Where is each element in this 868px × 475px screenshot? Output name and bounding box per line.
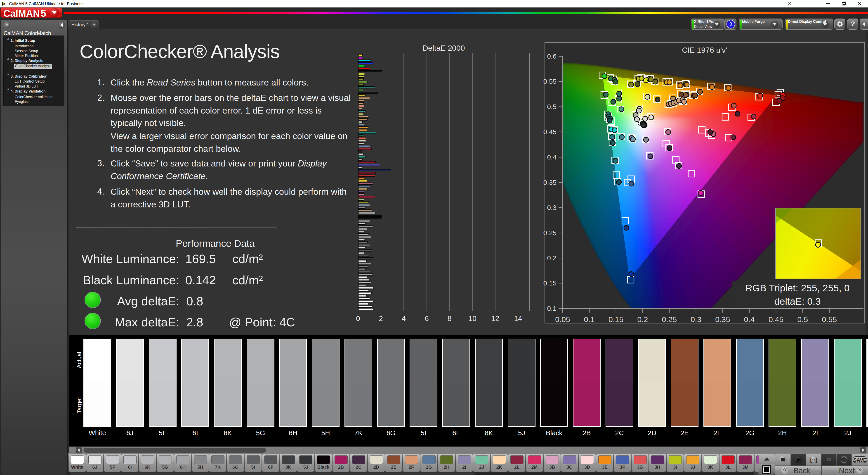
svg-text:0.2: 0.2 [637,315,648,323]
svg-text:CIE 1976 u'v': CIE 1976 u'v' [682,46,727,54]
svg-text:0.3: 0.3 [690,315,701,323]
svg-text:0.2: 0.2 [547,254,557,262]
svg-text:0.25: 0.25 [544,229,557,237]
svg-text:0.15: 0.15 [609,315,623,323]
svg-text:deltaE: 0.3: deltaE: 0.3 [774,296,821,307]
svg-text:0.3: 0.3 [547,204,557,211]
svg-text:4: 4 [402,315,406,323]
svg-text:0.55: 0.55 [822,315,837,323]
svg-text:12: 12 [491,315,499,323]
svg-text:0.5: 0.5 [797,315,808,323]
svg-text:8: 8 [447,315,452,323]
svg-text:0.05: 0.05 [555,315,570,323]
svg-text:0.4: 0.4 [744,315,754,323]
svg-text:0.4: 0.4 [547,153,557,161]
svg-text:0.1: 0.1 [584,315,594,323]
svg-text:14: 14 [514,315,522,323]
svg-text:0.1: 0.1 [547,305,557,312]
svg-text:0.55: 0.55 [544,78,557,85]
svg-text:2: 2 [379,315,383,323]
svg-text:0: 0 [356,315,360,323]
svg-text:0.45: 0.45 [544,128,557,136]
svg-text:RGB Triplet: 255, 255, 0: RGB Triplet: 255, 255, 0 [745,283,849,293]
svg-text:0.35: 0.35 [544,179,557,186]
svg-text:10: 10 [468,315,476,323]
svg-text:0.35: 0.35 [715,315,730,323]
svg-text:0.15: 0.15 [544,279,557,287]
svg-text:0.45: 0.45 [769,315,783,323]
svg-text:DeltaE 2000: DeltaE 2000 [423,43,465,52]
svg-text:0.5: 0.5 [547,103,557,110]
svg-text:0.25: 0.25 [662,315,677,323]
svg-text:0.6: 0.6 [547,53,557,60]
svg-text:6: 6 [425,315,429,323]
